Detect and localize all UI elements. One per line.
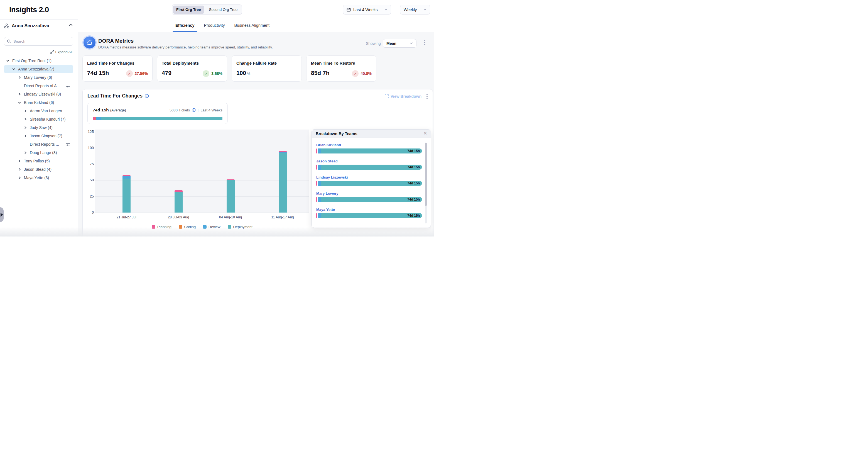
metric-card-lead-time-for-changes: Lead Time For Changes74d 15h↗27.56% — [83, 55, 153, 82]
tree-item-lindsay-liszewski-8[interactable]: Lindsay Liszewski (8) — [4, 90, 73, 98]
chevron-down-icon[interactable] — [12, 67, 15, 71]
org-sidebar: Anna Scozzafava Expand All First Org Tre… — [0, 20, 78, 237]
trend-up-icon: ↗ — [126, 70, 133, 77]
granularity-select[interactable]: Weekly — [400, 5, 430, 14]
tree-item-tony-pallas-5[interactable]: Tony Pallas (5) — [4, 157, 73, 165]
breakdown-team-jason-stead[interactable]: Jason Stead — [316, 159, 338, 163]
bar-28-jul-03-aug[interactable] — [175, 190, 183, 212]
legend-swatch — [179, 225, 182, 229]
chevron-right-icon[interactable] — [24, 151, 27, 154]
chevron-right-icon[interactable] — [24, 118, 27, 121]
tree-item-label: Jason Stead (4) — [24, 165, 52, 174]
tab-productivity[interactable]: Productivity — [201, 20, 228, 32]
chevron-down-icon[interactable] — [18, 101, 21, 104]
dora-kebab-menu[interactable] — [424, 40, 425, 45]
legend-item-deployment[interactable]: Deployment — [228, 225, 252, 229]
breakdown-value: 74d 15h — [407, 197, 420, 202]
tree-item-label: Judy Saw (4) — [30, 123, 53, 132]
chevron-right-icon[interactable] — [18, 76, 21, 79]
legend-label: Deployment — [233, 225, 252, 229]
info-icon[interactable] — [145, 94, 149, 98]
tree-item-sireesha-kunduri-7[interactable]: Sireesha Kunduri (7) — [4, 115, 73, 123]
chip-range-label: Last 4 Weeks — [200, 108, 222, 112]
tab-business-alignment[interactable]: Business Alignment — [231, 20, 272, 32]
bar-21-jul-27-jul[interactable] — [123, 175, 130, 212]
tree-item-mary-lowery-6[interactable]: Mary Lowery (6) — [4, 73, 73, 82]
tree-item-label: Sireesha Kunduri (7) — [30, 115, 65, 123]
tree-item-label: Tony Pallas (5) — [24, 157, 50, 165]
tree-item-doug-lange-3[interactable]: Doug Lange (3) — [4, 148, 73, 157]
chip-divider: | — [198, 108, 198, 112]
tree-item-first-org-tree-root-1[interactable]: First Org Tree Root (1) — [4, 57, 73, 65]
scrollbar-thumb[interactable] — [425, 143, 427, 206]
tree-item-jason-simpson-7[interactable]: Jason Simpson (7) — [4, 132, 73, 140]
info-icon[interactable] — [192, 108, 196, 112]
search-input[interactable] — [13, 39, 70, 43]
tree-item-aaron-van-langen[interactable]: Aaron Van Langen... — [4, 107, 73, 115]
date-range-select[interactable]: Last 4 Weeks — [343, 5, 391, 14]
bar-04-aug-10-aug[interactable] — [227, 179, 235, 212]
tree-item-jason-stead-4[interactable]: Jason Stead (4) — [4, 165, 73, 174]
tree-item-judy-saw-4[interactable]: Judy Saw (4) — [4, 123, 73, 132]
sidebar-flap-button[interactable] — [0, 207, 4, 222]
breakdown-segment-review — [318, 181, 321, 186]
chart-legend: PlanningCodingReviewDeployment — [95, 225, 309, 229]
metric-card-mean-time-to-restore: Mean Time To Restore85d 7h↗40.8% — [306, 55, 376, 82]
bar-segment-deployment — [123, 179, 130, 212]
bar-segment-deployment — [279, 153, 287, 212]
metric-value: 100 % — [236, 70, 250, 76]
dora-section-description: DORA metrics measure software delivery p… — [98, 45, 273, 49]
tree-item-label: Aaron Van Langen... — [30, 107, 65, 115]
breakdown-bar: 74d 15h — [316, 213, 422, 218]
metric-delta-badge: ↗27.56% — [126, 70, 148, 77]
tab-efficiency[interactable]: Efficiency — [173, 20, 197, 32]
breakdown-team-brian-kirkland[interactable]: Brian Kirkland — [316, 143, 341, 147]
phase-distribution-bar — [93, 117, 222, 120]
chevron-right-icon[interactable] — [24, 109, 27, 113]
legend-item-planning[interactable]: Planning — [152, 225, 172, 229]
showing-select[interactable]: Mean — [383, 39, 416, 48]
tree-item-label: First Org Tree Root (1) — [12, 57, 52, 65]
tree-item-anna-scozzafava-7[interactable]: Anna Scozzafava (7) — [4, 65, 73, 73]
chevron-right-icon[interactable] — [18, 176, 21, 179]
tree-item-label: Maya Yette (3) — [24, 174, 49, 182]
filter-icon[interactable] — [66, 84, 70, 88]
view-breakdown-button[interactable]: View Breakdown — [385, 94, 422, 98]
sidebar-header: Anna Scozzafava — [0, 20, 78, 32]
chevron-right-icon[interactable] — [24, 126, 27, 129]
chevron-down-icon[interactable] — [6, 59, 9, 62]
metric-value: 85d 7h — [311, 70, 330, 76]
toggle-first-org-tree[interactable]: First Org Tree — [173, 6, 204, 13]
toggle-second-org-tree[interactable]: Second Org Tree — [206, 6, 241, 13]
breakdown-team-mary-lowery[interactable]: Mary Lowery — [316, 191, 338, 196]
metric-title: Change Failure Rate — [236, 61, 277, 65]
chevron-right-icon[interactable] — [18, 92, 21, 96]
main-content: DORA Metrics DORA metrics measure softwa… — [78, 32, 434, 237]
x-axis-label: 28 Jul-03 Aug — [159, 215, 198, 219]
view-breakdown-label: View Breakdown — [391, 94, 422, 98]
lead-time-kebab-menu[interactable] — [427, 94, 428, 99]
legend-item-review[interactable]: Review — [203, 225, 220, 229]
metric-delta-value: 27.56% — [135, 71, 148, 76]
breakdown-segment-review — [318, 148, 321, 153]
metric-card-change-failure-rate: Change Failure Rate100 % — [231, 55, 302, 82]
tree-item-direct-reports[interactable]: Direct Reports ... — [4, 140, 73, 148]
close-icon[interactable]: ✕ — [424, 130, 427, 136]
breakdown-team-maya-yette[interactable]: Maya Yette — [316, 208, 335, 212]
filter-icon[interactable] — [66, 142, 70, 147]
bar-11-aug-17-aug[interactable] — [279, 151, 287, 212]
chevron-right-icon[interactable] — [18, 159, 21, 163]
tree-item-direct-reports-of-a[interactable]: Direct Reports of A... — [4, 82, 73, 90]
bar-segment-deployment — [175, 192, 183, 212]
tree-item-maya-yette-3[interactable]: Maya Yette (3) — [4, 174, 73, 182]
expand-all-button[interactable]: Expand All — [51, 50, 72, 54]
chevron-right-icon[interactable] — [24, 134, 27, 138]
tree-item-label: Anna Scozzafava (7) — [18, 65, 54, 73]
tree-item-brian-kirkland-6[interactable]: Brian Kirkland (6) — [4, 98, 73, 107]
chevron-right-icon[interactable] — [18, 168, 21, 171]
breakdown-segment-deployment — [321, 181, 422, 186]
legend-item-coding[interactable]: Coding — [179, 225, 196, 229]
chevron-up-icon[interactable] — [69, 24, 73, 26]
breakdown-team-lindsay-liszewski[interactable]: Lindsay Liszewski — [316, 175, 348, 179]
showing-label: Showing — [366, 41, 381, 46]
